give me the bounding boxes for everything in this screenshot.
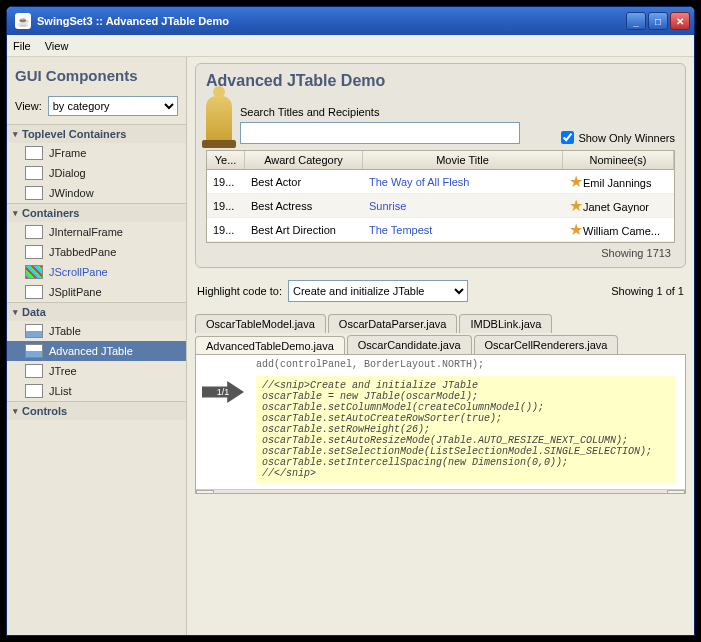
showing-count: Showing 1713 — [206, 243, 675, 259]
col-title[interactable]: Movie Title — [363, 151, 563, 169]
sidebar-item-jlist[interactable]: JList — [7, 381, 186, 401]
highlight-count: Showing 1 of 1 — [611, 285, 684, 297]
sidebar-item-jtabbedpane[interactable]: JTabbedPane — [7, 242, 186, 262]
window-title: SwingSet3 :: Advanced JTable Demo — [35, 15, 626, 27]
table-row[interactable]: 19... Best Actress Sunrise ★Janet Gaynor — [207, 194, 674, 218]
sidebar-item-jtable[interactable]: JTable — [7, 321, 186, 341]
oscar-icon — [206, 96, 232, 144]
category-controls[interactable]: Controls — [7, 402, 186, 420]
source-viewer[interactable]: add(controlPanel, BorderLayout.NORTH); 1… — [195, 354, 686, 494]
tab-oscarcellrenderers[interactable]: OscarCellRenderers.java — [474, 335, 619, 354]
app-icon: ☕ — [15, 13, 31, 29]
maximize-button[interactable]: □ — [648, 12, 668, 30]
show-winners-input[interactable] — [561, 131, 574, 144]
highlight-marker-icon: 1/1 — [202, 381, 244, 403]
sidebar-item-advanced-jtable[interactable]: Advanced JTable — [7, 341, 186, 361]
search-input[interactable] — [240, 122, 520, 144]
app-window: ☕ SwingSet3 :: Advanced JTable Demo _ □ … — [6, 6, 695, 636]
sidebar-item-jsplitpane[interactable]: JSplitPane — [7, 282, 186, 302]
menubar: File View — [7, 35, 694, 57]
search-label: Search Titles and Recipients — [240, 106, 553, 118]
sidebar: GUI Components View: by category Topleve… — [7, 57, 187, 635]
table-header[interactable]: Ye... Award Category Movie Title Nominee… — [207, 151, 674, 170]
category-containers[interactable]: Containers — [7, 204, 186, 222]
star-icon: ★ — [569, 221, 583, 238]
category-data[interactable]: Data — [7, 303, 186, 321]
star-icon: ★ — [569, 173, 583, 190]
col-year[interactable]: Ye... — [207, 151, 245, 169]
col-nominee[interactable]: Nominee(s) — [563, 151, 674, 169]
tab-imdblink[interactable]: IMDBLink.java — [459, 314, 552, 333]
category-toplevel[interactable]: Toplevel Containers — [7, 125, 186, 143]
menu-view[interactable]: View — [45, 40, 69, 52]
sidebar-item-jframe[interactable]: JFrame — [7, 143, 186, 163]
code-body: //<snip>Create and initialize JTable osc… — [256, 376, 675, 483]
code-pre: add(controlPanel, BorderLayout.NORTH); — [196, 355, 685, 370]
show-winners-checkbox[interactable]: Show Only Winners — [561, 131, 675, 144]
col-category[interactable]: Award Category — [245, 151, 363, 169]
horizontal-scrollbar[interactable] — [196, 489, 685, 494]
source-tabs: OscarTableModel.java OscarDataParser.jav… — [195, 312, 686, 354]
table-row[interactable]: 19... Best Actor The Way of All Flesh ★E… — [207, 170, 674, 194]
sidebar-item-jtree[interactable]: JTree — [7, 361, 186, 381]
minimize-button[interactable]: _ — [626, 12, 646, 30]
highlight-select[interactable]: Create and initialize JTable — [288, 280, 468, 302]
demo-panel: Advanced JTable Demo Search Titles and R… — [195, 63, 686, 268]
view-label: View: — [15, 100, 42, 112]
tab-oscartablemodel[interactable]: OscarTableModel.java — [195, 314, 326, 333]
sidebar-item-jwindow[interactable]: JWindow — [7, 183, 186, 203]
close-button[interactable]: ✕ — [670, 12, 690, 30]
view-select[interactable]: by category — [48, 96, 178, 116]
demo-title: Advanced JTable Demo — [206, 72, 675, 90]
menu-file[interactable]: File — [13, 40, 31, 52]
titlebar[interactable]: ☕ SwingSet3 :: Advanced JTable Demo _ □ … — [7, 7, 694, 35]
star-icon: ★ — [569, 197, 583, 214]
oscar-table[interactable]: Ye... Award Category Movie Title Nominee… — [206, 150, 675, 243]
sidebar-title: GUI Components — [7, 57, 186, 92]
main-panel: Advanced JTable Demo Search Titles and R… — [187, 57, 694, 635]
table-row[interactable]: 19... Best Art Direction The Tempest ★Wi… — [207, 218, 674, 242]
sidebar-item-jinternalframe[interactable]: JInternalFrame — [7, 222, 186, 242]
sidebar-item-jscrollpane[interactable]: JScrollPane — [7, 262, 186, 282]
sidebar-item-jdialog[interactable]: JDialog — [7, 163, 186, 183]
highlight-label: Highlight code to: — [197, 285, 282, 297]
tab-advancedtabledemo[interactable]: AdvancedTableDemo.java — [195, 336, 345, 355]
tab-oscardataparser[interactable]: OscarDataParser.java — [328, 314, 458, 333]
tab-oscarcandidate[interactable]: OscarCandidate.java — [347, 335, 472, 354]
